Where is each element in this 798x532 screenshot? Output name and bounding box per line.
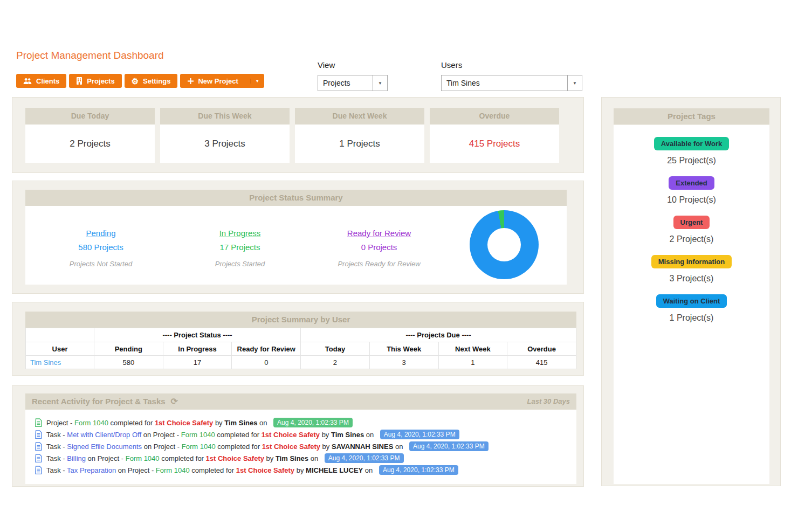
col-this-week: This Week [369,342,438,356]
activity-text-segment: by [264,454,276,462]
due-this-week-card: Due This Week 3 Projects [160,108,290,163]
recent-activity-title: Recent Activity for Project & Tasks [32,393,166,410]
project-tag-badge[interactable]: Extended [669,176,714,190]
table-header-row: User Pending In Progress Ready for Revie… [26,342,576,356]
recent-activity-header: Recent Activity for Project & Tasks ⟳ La… [25,393,576,410]
col-today: Today [301,342,370,356]
project-tag-count: 10 Project(s) [614,195,769,205]
settings-button[interactable]: ⚙ Settings [125,74,178,88]
col-user: User [26,342,94,356]
activity-link[interactable]: Tax Preparation [67,466,116,474]
ready-for-review-subtitle: Projects Ready for Review [320,260,438,268]
in-progress-count: 17 Projects [181,243,299,252]
in-progress-stat: In Progress 17 Projects Projects Started [181,229,299,268]
activity-text-segment: on [257,419,269,427]
projects-button-label: Projects [87,77,114,85]
activity-range-label: Last 30 Days [527,393,570,410]
activity-link[interactable]: Signed Efile Documents [67,443,142,451]
project-tags-title: Project Tags [614,108,769,125]
in-progress-subtitle: Projects Started [181,260,299,268]
this-week-value-cell: 3 [369,356,438,369]
view-select[interactable]: Projects ▼ [318,75,388,91]
gear-icon: ⚙ [132,77,139,85]
user-summary-title: Project Summary by User [25,312,576,328]
activity-text-segment: 1st Choice Safety [206,454,264,462]
document-icon [35,454,42,462]
activity-text-segment: on [363,466,375,474]
activity-link[interactable]: Form 1040 [74,419,108,427]
chevron-down-icon[interactable]: ▼ [567,75,582,91]
activity-text-segment: Tim Sines [224,419,257,427]
in-progress-value-cell: 17 [163,356,232,369]
pending-stat: Pending 580 Projects Projects Not Starte… [42,229,160,268]
page-title: Project Management Dashboard [16,50,164,61]
empty-group-cell [26,328,94,342]
activity-link[interactable]: Form 1040 [126,454,160,462]
due-summary-panel: Due Today 2 Projects Due This Week 3 Pro… [12,97,584,173]
activity-link[interactable]: Form 1040 [181,431,215,439]
activity-text-segment: completed for [215,431,262,439]
timestamp-badge: Aug 4, 2020, 1:02:33 PM [325,453,404,463]
next-week-value-cell: 1 [438,356,507,369]
activity-text-segment: by [213,419,224,427]
view-filter: View Projects ▼ [318,60,388,91]
view-label: View [318,60,388,70]
building-icon [76,77,82,85]
document-icon [35,430,42,439]
chevron-down-icon[interactable]: ▼ [373,75,387,91]
timestamp-badge: Aug 4, 2020, 1:02:33 PM [379,465,458,475]
activity-text-segment: 1st Choice Safety [262,431,320,439]
activity-text-segment: Task - [46,443,67,451]
activity-text-segment: 1st Choice Safety [236,466,294,474]
project-tag-badge[interactable]: Waiting on Client [656,294,727,308]
status-donut-chart [470,210,539,279]
settings-button-label: Settings [143,77,170,85]
activity-text-segment: completed for [108,419,155,427]
in-progress-link[interactable]: In Progress [219,229,261,238]
activity-text-segment: completed for [216,443,262,451]
ready-for-review-link[interactable]: Ready for Review [347,229,411,238]
user-summary-table: ---- Project Status ---- ---- Projects D… [25,328,576,369]
project-tag-count: 3 Project(s) [614,274,769,284]
due-next-week-card: Due Next Week 1 Projects [295,108,424,163]
activity-text-segment: on [308,454,320,462]
projects-button[interactable]: Projects [69,74,121,88]
activity-text-segment: on [393,443,405,451]
dashboard-page: Project Management Dashboard Clients Pro… [0,0,798,532]
user-cell: Tim Sines [26,356,94,369]
new-project-button[interactable]: New Project [180,77,245,85]
users-select[interactable]: Tim Sines ▼ [441,75,582,91]
activity-text-segment: Task - [46,431,67,439]
clients-button[interactable]: Clients [16,74,66,88]
due-this-week-card-value: 3 Projects [160,125,290,163]
overdue-card: Overdue 415 Projects [430,108,559,163]
due-this-week-card-title: Due This Week [160,108,290,125]
users-filter: Users Tim Sines ▼ [441,60,582,91]
activity-link[interactable]: Met with Client/Drop Off [67,431,141,439]
project-tag-badge[interactable]: Available for Work [654,137,729,150]
activity-list: Project - Form 1040 completed for 1st Ch… [25,410,576,484]
document-icon [35,466,42,474]
activity-text-segment: by [320,431,331,439]
activity-text: Task - Billing on Project - Form 1040 co… [46,454,320,462]
activity-text-segment: 1st Choice Safety [262,443,320,451]
activity-text-segment: Tim Sines [276,454,308,462]
user-summary-panel: Project Summary by User ---- Project Sta… [12,302,584,376]
user-link[interactable]: Tim Sines [30,358,61,367]
project-tag-badge[interactable]: Urgent [673,216,710,229]
pending-link[interactable]: Pending [86,229,115,238]
activity-text: Project - Form 1040 completed for 1st Ch… [46,419,269,427]
activity-text-segment: 1st Choice Safety [155,419,213,427]
col-ready-for-review: Ready for Review [232,342,301,356]
users-label: Users [441,60,582,70]
new-project-dropdown-button[interactable]: ▼ [250,79,264,84]
activity-text-segment: on [364,431,376,439]
activity-link[interactable]: Form 1040 [156,466,190,474]
due-next-week-card-value: 1 Projects [295,125,424,163]
due-next-week-card-title: Due Next Week [295,108,424,125]
activity-text-segment: Task - [46,454,67,462]
activity-link[interactable]: Billing [67,454,86,462]
refresh-icon[interactable]: ⟳ [171,393,178,410]
activity-link[interactable]: Form 1040 [182,443,216,451]
project-tag-badge[interactable]: Missing Information [651,255,732,268]
